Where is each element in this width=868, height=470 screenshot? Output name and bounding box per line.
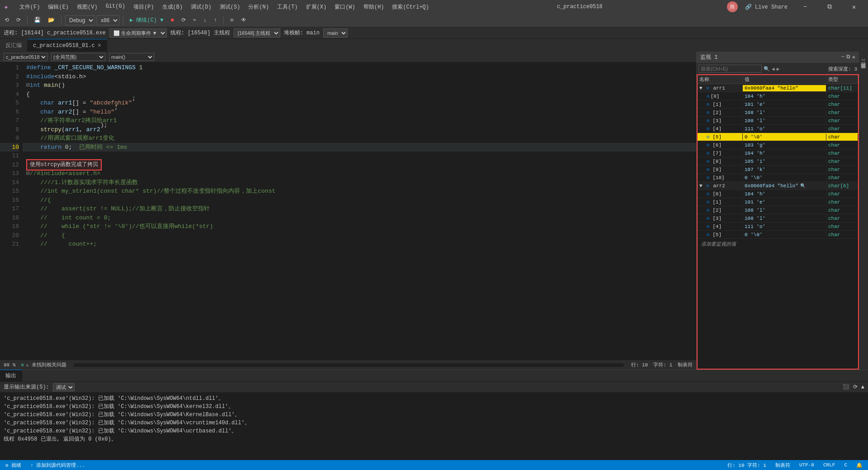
language-indicator[interactable]: C xyxy=(842,462,849,468)
toggle-word-wrap-icon[interactable]: ⟳ xyxy=(853,384,858,390)
arr1-child-7[interactable]: ⊙ [7] 104 'h' char xyxy=(698,149,858,157)
arr1-0-name: ⊙[0] xyxy=(698,93,743,100)
menu-analyze[interactable]: 分析(N) xyxy=(245,2,273,12)
arr2-child-3[interactable]: ⊙ [3] 108 'l' char xyxy=(698,214,858,223)
tab-close-icon[interactable]: × xyxy=(98,42,101,49)
watch-close-button[interactable]: ✕ xyxy=(852,54,855,61)
arr1-child-1[interactable]: ⊙ [1] 101 'e' char xyxy=(698,100,858,109)
git-changes-icon[interactable]: Git 更改 xyxy=(859,53,868,69)
arr2-search-icon: 🔍 xyxy=(800,183,806,189)
stop-debug-button[interactable]: ■ xyxy=(168,16,176,24)
step-over-button[interactable]: ↷ xyxy=(190,16,199,24)
menu-help[interactable]: 帮助(H) xyxy=(360,2,388,12)
continue-button[interactable]: ▶ 继续(C) ▼ xyxy=(127,15,166,25)
menu-test[interactable]: 测试(S) xyxy=(216,2,244,12)
arr1-child-8[interactable]: ⊙ [8] 105 'i' char xyxy=(698,157,858,166)
line-ending-indicator[interactable]: CRLF xyxy=(821,462,837,468)
clear-output-icon[interactable]: ⬛ xyxy=(843,384,849,390)
save-button[interactable]: 💾 xyxy=(31,16,43,24)
restart-button[interactable]: ⟳ xyxy=(179,16,189,24)
menu-tools[interactable]: 工具(T) xyxy=(274,2,302,12)
arr1-child-3[interactable]: ⊙ [3] 108 'l' char xyxy=(698,117,858,125)
code-content[interactable]: #define _CRT_SECURE_NO_WARNINGS 1 #inclu… xyxy=(23,62,696,360)
menu-debug[interactable]: 调试(D) xyxy=(187,2,215,12)
arr2-child-5[interactable]: ⊙ [5] 0 '\0' char xyxy=(698,231,858,239)
menu-window[interactable]: 窗口(W) xyxy=(331,2,359,12)
watch-arr2-row[interactable]: ▼ ⊙ arr2 0x0060fa94 "hello" 🔍 char[6] xyxy=(698,182,858,190)
code-editor[interactable]: 1234 5678 910 11121314 15161718 192021 #… xyxy=(0,62,696,360)
prev-result-icon[interactable]: ◀ xyxy=(772,66,775,72)
tab-active-file[interactable]: c_practice0518_01.c × xyxy=(28,39,107,52)
expand-panel-icon[interactable]: ▲ xyxy=(861,384,864,390)
arr2-child-0[interactable]: ⊙ [0] 104 'h' char xyxy=(698,190,858,198)
solution-explorer-icon[interactable]: 解决方案资源管理器 xyxy=(859,71,868,74)
function-selector[interactable]: main() xyxy=(109,53,154,61)
watch-search-input[interactable] xyxy=(698,65,762,73)
menu-build[interactable]: 生成(B) xyxy=(159,2,187,12)
file-selector[interactable]: c_practice0518 xyxy=(4,53,47,61)
arr2-child-1[interactable]: ⊙ [1] 101 'e' char xyxy=(698,198,858,206)
code-line-10: ⮞ return 0; 已用时间 <= 1ms xyxy=(23,143,696,152)
lifecycle-select[interactable]: ⬜ 生命周期事件 ▼ xyxy=(109,28,167,38)
menu-git[interactable]: Git(G) xyxy=(102,2,129,12)
menu-edit[interactable]: 编辑(E) xyxy=(44,2,72,12)
tab-bar: 反汇编 c_practice0518_01.c × xyxy=(0,39,868,52)
tab-disassembly-label: 反汇编 xyxy=(5,42,22,49)
arr2-expand-icon[interactable]: ▼ xyxy=(699,183,703,189)
redo-button[interactable]: ⟳ xyxy=(14,16,24,24)
arr2-5-value: 0 '\0' xyxy=(743,232,826,238)
menu-file[interactable]: 文件(F) xyxy=(16,2,44,12)
watch-button[interactable]: 👁 xyxy=(238,16,249,24)
line-char-indicator[interactable]: 行: 10 字符: 1 xyxy=(726,462,768,469)
arr2-child-4[interactable]: ⊙ [4] 111 'o' char xyxy=(698,223,858,231)
menu-search[interactable]: 搜索(Ctrl+Q) xyxy=(388,2,433,12)
ready-status[interactable]: ⊙ 就绪 xyxy=(4,462,23,469)
arr1-child-0[interactable]: ⊙[0] 104 'h' char xyxy=(698,92,858,100)
scroll-indicator[interactable] xyxy=(74,363,624,367)
thread-select[interactable]: [16548] 主线程 xyxy=(234,28,280,38)
breakpoints-button[interactable]: ⊙ xyxy=(227,16,236,24)
tab-size-indicator[interactable]: 制表符 xyxy=(774,462,792,469)
arr2-child-2[interactable]: ⊙ [2] 108 'l' char xyxy=(698,206,858,214)
menu-project[interactable]: 项目(P) xyxy=(130,2,158,12)
arr1-child-4[interactable]: ⊙ [4] 111 'o' char xyxy=(698,125,858,133)
arr1-child-6[interactable]: ⊙ [6] 103 'g' char xyxy=(698,141,858,149)
arr1-9-icon: ⊙ xyxy=(707,167,710,172)
arr1-child-2[interactable]: ⊙ [2] 108 'l' char xyxy=(698,109,858,117)
menu-extensions[interactable]: 扩展(X) xyxy=(302,2,330,12)
bottom-tabs: 输出 xyxy=(0,370,868,382)
output-source-select[interactable]: 调试 xyxy=(53,383,75,391)
step-into-button[interactable]: ↓ xyxy=(201,16,209,24)
arr1-child-10[interactable]: ⊙ [10] 0 '\0' char xyxy=(698,174,858,182)
minimize-button[interactable]: − xyxy=(795,0,816,14)
close-button[interactable]: ✕ xyxy=(844,0,864,14)
step-out-button[interactable]: ↑ xyxy=(211,16,220,24)
stack-frame-select[interactable]: main xyxy=(323,28,348,38)
encoding-indicator[interactable]: UTF-8 xyxy=(797,462,816,468)
debug-config-select[interactable]: Debug xyxy=(65,15,95,25)
status-left: ⊙ 就绪 ↑ 添加到源代码管理... xyxy=(4,462,87,469)
undo-button[interactable]: ⟲ xyxy=(2,16,12,24)
arr1-2-value: 108 'l' xyxy=(743,109,826,116)
open-button[interactable]: 📂 xyxy=(45,16,57,24)
notifications-bell[interactable]: 🔔 xyxy=(854,462,864,468)
platform-select[interactable]: x86 xyxy=(97,15,119,25)
code-line-19: // while (*str != '\0')//也可以直接用while(*st… xyxy=(23,222,696,231)
watch-arr1-row[interactable]: ▼ ⊙ arr1 0x0060faa4 "hello" char[11] xyxy=(698,84,858,92)
arr1-child-5[interactable]: ⊙ [5] 0 '\0' char xyxy=(698,133,858,141)
watch-pin-button[interactable]: − xyxy=(841,54,844,61)
arr1-expand-icon[interactable]: ▼ xyxy=(699,85,703,91)
menu-view[interactable]: 视图(V) xyxy=(73,2,101,12)
tab-disassembly[interactable]: 反汇编 xyxy=(0,39,28,52)
watch-float-button[interactable]: ⧉ xyxy=(846,54,850,61)
code-line-8: strcpy(arr1, arr2); xyxy=(23,125,696,134)
add-source-control-button[interactable]: ↑ 添加到源代码管理... xyxy=(28,462,87,469)
arr1-child-9[interactable]: ⊙ [9] 107 'k' char xyxy=(698,166,858,174)
restore-button[interactable]: ⧉ xyxy=(819,0,840,14)
scope-selector[interactable]: (全局范围) xyxy=(51,53,105,61)
tab-output[interactable]: 输出 xyxy=(0,370,22,381)
live-share-button[interactable]: 🔗 Live Share xyxy=(741,3,791,11)
user-avatar[interactable]: 用 xyxy=(727,1,738,12)
add-watch-item[interactable]: 添加要监视的项 xyxy=(698,239,858,249)
next-result-icon[interactable]: ▶ xyxy=(777,66,780,72)
